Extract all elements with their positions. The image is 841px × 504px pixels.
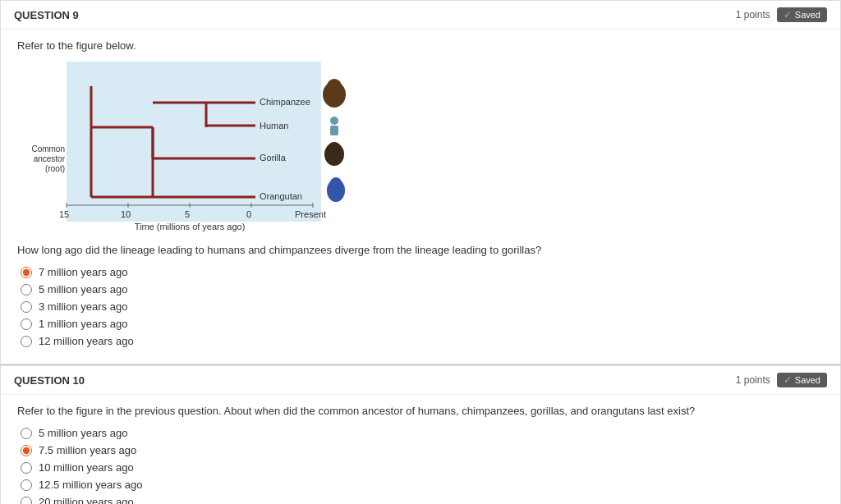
human-body [330, 126, 338, 135]
question-9-block: QUESTION 9 1 points ✓ Saved Refer to the… [0, 0, 841, 364]
ancestor-label-line3: (root) [45, 164, 65, 173]
orangutan-head [330, 177, 342, 189]
q10-option-5[interactable]: 20 million years ago [21, 496, 824, 504]
q9-radio-5[interactable] [21, 336, 32, 347]
q9-option-3-label: 3 million years ago [39, 300, 127, 313]
gorilla-head [328, 142, 341, 153]
question-9-title: QUESTION 9 [14, 9, 79, 21]
q9-option-1[interactable]: 7 million years ago [21, 266, 824, 278]
question-10-points: 1 points [736, 374, 770, 386]
question-10-points-saved: 1 points ✓ Saved [736, 373, 827, 387]
question-9-header: QUESTION 9 1 points ✓ Saved [1, 1, 840, 30]
question-9-points-saved: 1 points ✓ Saved [736, 7, 827, 22]
refer-text-9: Refer to the figure below. [17, 39, 824, 52]
phylogenetic-tree-svg: 15 10 5 0 Present Time (millions of year… [17, 62, 362, 234]
q9-radio-4[interactable] [21, 318, 32, 330]
question-9-options: 7 million years ago 5 million years ago … [17, 266, 824, 347]
question-9-points: 1 points [736, 9, 770, 21]
axis-label-5: 5 [185, 209, 190, 219]
gorilla-label: Gorilla [260, 153, 287, 163]
axis-label-15: 15 [59, 209, 69, 219]
human-head [330, 117, 338, 125]
q9-radio-3[interactable] [21, 301, 32, 313]
q10-radio-5[interactable] [21, 497, 32, 505]
q10-option-4[interactable]: 12.5 million years ago [21, 479, 824, 491]
q10-option-2-label: 7.5 million years ago [39, 444, 136, 456]
q10-radio-4[interactable] [21, 479, 32, 491]
q9-option-1-label: 7 million years ago [39, 266, 127, 278]
q10-radio-2[interactable] [21, 445, 32, 456]
q10-option-3-label: 10 million years ago [39, 461, 134, 474]
question-9-saved-badge: ✓ Saved [777, 7, 827, 22]
q9-radio-2[interactable] [21, 284, 32, 296]
chimp-head [327, 79, 342, 94]
axis-label-present: Present [295, 209, 326, 219]
q10-option-4-label: 12.5 million years ago [39, 479, 142, 491]
q10-option-3[interactable]: 10 million years ago [21, 461, 824, 474]
question-10-title: QUESTION 10 [14, 374, 85, 387]
axis-label-10: 10 [121, 209, 131, 219]
saved-label-10: Saved [795, 375, 820, 385]
q10-option-1[interactable]: 5 million years ago [21, 427, 824, 439]
check-icon-10: ✓ [784, 374, 792, 386]
q10-option-2[interactable]: 7.5 million years ago [21, 444, 824, 456]
ancestor-label-line2: ancestor [34, 154, 66, 163]
question-10-options: 5 million years ago 7.5 million years ag… [17, 427, 824, 504]
check-icon: ✓ [784, 9, 792, 21]
q9-radio-1[interactable] [21, 267, 32, 278]
question-9-text: How long ago did the lineage leading to … [17, 244, 824, 256]
question-9-body: Refer to the figure below. 15 10 [1, 30, 840, 364]
orangutan-label: Orangutan [260, 191, 302, 201]
axis-label-0: 0 [246, 209, 251, 219]
saved-label: Saved [795, 10, 820, 20]
axis-title: Time (millions of years ago) [135, 222, 246, 231]
chimp-label: Chimpanzee [260, 97, 310, 107]
q9-option-5[interactable]: 12 million years ago [21, 335, 824, 347]
q9-option-2[interactable]: 5 million years ago [21, 283, 824, 296]
question-10-body: Refer to the figure in the previous ques… [1, 395, 840, 504]
q9-option-4-label: 1 million years ago [39, 318, 127, 330]
q10-option-5-label: 20 million years ago [39, 496, 134, 504]
page-container: QUESTION 9 1 points ✓ Saved Refer to the… [0, 0, 841, 504]
q9-option-2-label: 5 million years ago [39, 283, 127, 296]
ancestor-label-line1: Common [31, 144, 65, 153]
tree-figure: 15 10 5 0 Present Time (millions of year… [17, 62, 824, 234]
question-10-block: QUESTION 10 1 points ✓ Saved Refer to th… [0, 365, 841, 504]
human-label: Human [260, 121, 288, 131]
question-10-saved-badge: ✓ Saved [777, 373, 827, 387]
q9-option-3[interactable]: 3 million years ago [21, 300, 824, 313]
refer-text-10: Refer to the figure in the previous ques… [17, 405, 824, 417]
q9-option-5-label: 12 million years ago [39, 335, 134, 347]
q10-radio-3[interactable] [21, 462, 32, 474]
q10-radio-1[interactable] [21, 428, 32, 439]
question-10-header: QUESTION 10 1 points ✓ Saved [1, 366, 840, 395]
q10-option-1-label: 5 million years ago [39, 427, 127, 439]
q9-option-4[interactable]: 1 million years ago [21, 318, 824, 330]
